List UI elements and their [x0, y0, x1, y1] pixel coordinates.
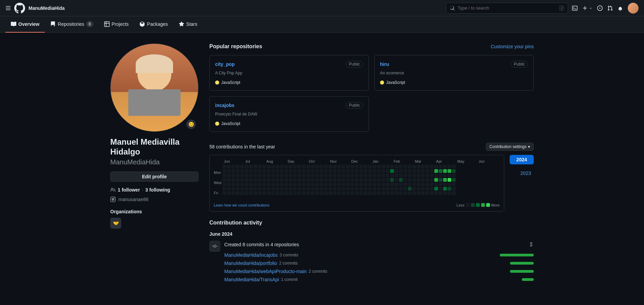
graph-cell[interactable] — [364, 169, 367, 173]
graph-cell[interactable] — [351, 182, 354, 186]
year-2024-button[interactable]: 2024 — [510, 155, 534, 164]
graph-cell[interactable] — [377, 187, 381, 191]
graph-cell[interactable] — [390, 165, 394, 168]
graph-cell[interactable] — [373, 182, 376, 186]
graph-cell[interactable] — [443, 191, 447, 195]
graph-cell[interactable] — [381, 169, 385, 173]
graph-cell[interactable] — [231, 169, 235, 173]
graph-cell[interactable] — [276, 182, 279, 186]
graph-cell[interactable] — [439, 182, 442, 186]
graph-cell[interactable] — [236, 165, 240, 168]
graph-cell[interactable] — [245, 165, 248, 168]
graph-cell[interactable] — [298, 174, 301, 177]
repo-card-incajobs[interactable]: incajobs Public Proecyto Final de DAW Ja… — [209, 96, 369, 132]
graph-cell[interactable] — [245, 182, 248, 186]
graph-cell[interactable] — [253, 165, 257, 168]
graph-cell[interactable] — [320, 182, 323, 186]
graph-cell[interactable] — [434, 182, 438, 186]
graph-cell[interactable] — [381, 182, 385, 186]
graph-cell[interactable] — [245, 187, 248, 191]
graph-cell[interactable] — [346, 178, 350, 182]
graph-cell[interactable] — [302, 178, 306, 182]
graph-cell[interactable] — [306, 187, 310, 191]
graph-cell[interactable] — [267, 165, 270, 168]
graph-cell[interactable] — [289, 165, 292, 168]
graph-cell[interactable] — [377, 191, 381, 195]
graph-cell[interactable] — [417, 174, 420, 177]
graph-cell[interactable] — [448, 174, 451, 177]
graph-cell[interactable] — [223, 182, 226, 186]
graph-cell[interactable] — [258, 169, 262, 173]
graph-cell[interactable] — [262, 178, 266, 182]
graph-cell[interactable] — [284, 165, 288, 168]
graph-cell[interactable] — [324, 169, 328, 173]
graph-cell[interactable] — [443, 182, 447, 186]
graph-cell[interactable] — [399, 182, 403, 186]
graph-cell[interactable] — [240, 182, 244, 186]
graph-cell[interactable] — [395, 174, 398, 177]
graph-cell[interactable] — [302, 174, 306, 177]
repo-name-incajobs[interactable]: incajobs — [215, 103, 234, 108]
graph-cell[interactable] — [403, 191, 407, 195]
graph-cell[interactable] — [390, 169, 394, 173]
search-input[interactable] — [458, 5, 556, 11]
graph-cell[interactable] — [231, 165, 235, 168]
graph-cell[interactable] — [412, 165, 416, 168]
graph-cell[interactable] — [395, 169, 398, 173]
terminal-button[interactable] — [572, 5, 577, 11]
notifications-button[interactable] — [618, 5, 623, 11]
graph-cell[interactable] — [368, 174, 372, 177]
graph-cell[interactable] — [421, 182, 425, 186]
graph-cell[interactable] — [421, 187, 425, 191]
graph-cell[interactable] — [267, 169, 270, 173]
graph-cell[interactable] — [236, 187, 240, 191]
graph-cell[interactable] — [315, 178, 319, 182]
graph-cell[interactable] — [386, 187, 390, 191]
graph-cell[interactable] — [311, 165, 315, 168]
graph-cell[interactable] — [328, 165, 332, 168]
graph-cell[interactable] — [245, 178, 248, 182]
graph-cell[interactable] — [395, 165, 398, 168]
graph-cell[interactable] — [267, 187, 270, 191]
graph-cell[interactable] — [236, 191, 240, 195]
graph-cell[interactable] — [355, 169, 359, 173]
graph-cell[interactable] — [293, 178, 297, 182]
graph-cell[interactable] — [368, 165, 372, 168]
graph-cell[interactable] — [293, 191, 297, 195]
graph-cell[interactable] — [280, 178, 284, 182]
graph-cell[interactable] — [271, 169, 275, 173]
graph-cell[interactable] — [425, 178, 429, 182]
graph-cell[interactable] — [377, 174, 381, 177]
graph-cell[interactable] — [381, 187, 385, 191]
graph-cell[interactable] — [280, 174, 284, 177]
graph-cell[interactable] — [227, 174, 231, 177]
graph-cell[interactable] — [328, 169, 332, 173]
graph-cell[interactable] — [245, 169, 248, 173]
graph-cell[interactable] — [342, 169, 345, 173]
graph-cell[interactable] — [452, 191, 456, 195]
graph-cell[interactable] — [395, 182, 398, 186]
graph-cell[interactable] — [302, 191, 306, 195]
graph-cell[interactable] — [276, 165, 279, 168]
graph-cell[interactable] — [359, 191, 363, 195]
graph-cell[interactable] — [262, 182, 266, 186]
graph-cell[interactable] — [359, 169, 363, 173]
graph-cell[interactable] — [452, 174, 456, 177]
graph-cell[interactable] — [276, 191, 279, 195]
graph-cell[interactable] — [249, 169, 253, 173]
graph-cell[interactable] — [271, 174, 275, 177]
graph-cell[interactable] — [390, 187, 394, 191]
graph-cell[interactable] — [351, 165, 354, 168]
graph-cell[interactable] — [452, 182, 456, 186]
graph-cell[interactable] — [342, 174, 345, 177]
graph-cell[interactable] — [324, 187, 328, 191]
graph-cell[interactable] — [315, 182, 319, 186]
graph-cell[interactable] — [386, 178, 390, 182]
graph-cell[interactable] — [408, 182, 412, 186]
graph-cell[interactable] — [337, 191, 341, 195]
graph-cell[interactable] — [258, 187, 262, 191]
graph-cell[interactable] — [368, 191, 372, 195]
graph-cell[interactable] — [395, 178, 398, 182]
repo-card-city-pop[interactable]: city_pop Public A City Pop App JavaScrip… — [209, 55, 369, 91]
graph-cell[interactable] — [452, 165, 456, 168]
